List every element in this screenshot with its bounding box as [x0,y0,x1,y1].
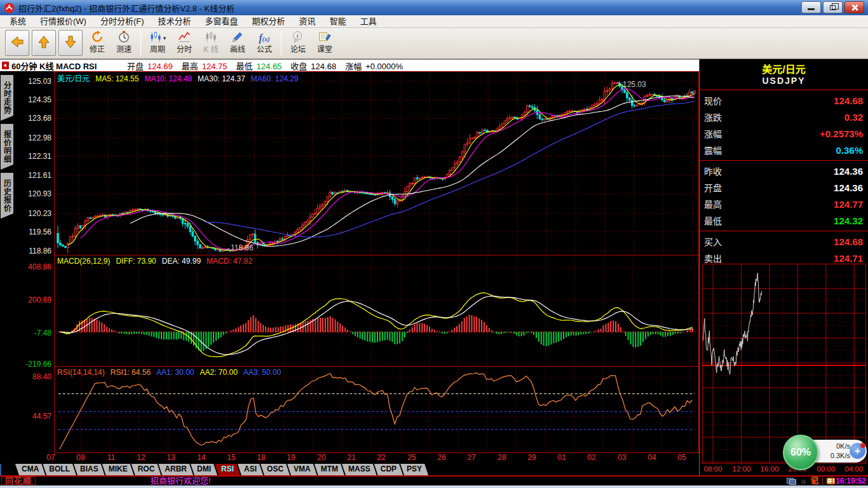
indicator-tab-rsi[interactable]: RSI [215,464,240,475]
ohlc-value: 124.68 [311,62,336,71]
toolbar-forum-button[interactable]: t论坛 [285,29,311,57]
note-icon[interactable]: 记 [811,477,818,485]
indicator-tab-cdp[interactable]: CDP [374,464,403,475]
formula-icon: f(x) [259,32,270,44]
minimize-button[interactable] [801,1,821,13]
x-axis-tick: 07 [43,453,59,462]
app-window: 招行外汇2(fxhq2) - 招商银行外汇通行情分析V2.8 - K线分析 系统… [0,0,868,488]
x-axis-tick: 22 [373,453,390,462]
intraday-icon [178,30,191,46]
progress-ball[interactable]: 60% [783,435,818,470]
arrow-left-button[interactable] [5,30,29,56]
quote-value: 124.36 [834,182,863,193]
quote-row: 震幅0.36% [700,142,868,158]
legend-item: RSI1: 64.56 [111,368,151,377]
indicator-tab-roc[interactable]: ROC [132,464,161,475]
x-axis-tick: 03 [614,453,630,462]
toolbar-button-label: 公式 [257,45,272,55]
toolbar-period-button[interactable]: ▾周期 [145,29,170,57]
y-axis-tick: 120.93 [15,189,51,198]
rsi-chart[interactable] [54,366,699,453]
left-tab-0[interactable]: 分时走势 [1,75,13,121]
indicator-tab-psy[interactable]: PSY [400,464,428,475]
indicator-tab-cma[interactable]: CMA [15,464,45,475]
svg-text:125.03: 125.03 [623,80,646,89]
x-axis-tick: 19 [283,453,299,462]
period-icon [149,30,162,46]
menu-item[interactable]: 资讯 [292,15,323,28]
divider [700,160,868,161]
menu-item[interactable]: 技术分析 [151,15,198,28]
indicator-tab-asi[interactable]: ASI [238,464,263,475]
legend-item: MA60: 124.29 [251,74,299,83]
toolbar-formula-button[interactable]: f(x)公式 [252,29,277,57]
intraday-mini-chart[interactable] [702,264,866,464]
download-speed: 0.3K/s [831,451,850,461]
quote-value: 124.77 [834,199,863,210]
y-axis-tick: 200.69 [15,295,51,304]
quote-row: 最高124.77 [700,196,868,212]
quote-code: USDJPY [700,76,868,86]
toolbar-intraday-button[interactable]: 分时 [172,29,197,57]
menu-item[interactable]: 期权分析 [245,15,292,28]
menu-item[interactable]: 系统 [3,15,33,28]
quote-value: 0.32 [844,112,863,123]
upload-speed: 0K/s [836,442,850,451]
left-tab-1[interactable]: 报价明细 [1,124,13,170]
info-bar: 60分钟 K线 MACD RSI 开盘124.69最高124.75最低124.6… [0,59,699,71]
rsi-label: RSI(14,14,14)RSI1: 64.56AA1: 30.00AA2: 7… [57,368,287,377]
indicator-tab-boll[interactable]: BOLL [43,464,76,475]
network-icon[interactable] [787,478,796,485]
indicator-tab-osc[interactable]: OSC [261,464,290,475]
toolbar-button-label: 修正 [90,45,105,55]
indicator-tab-dmi[interactable]: DMI [191,464,217,475]
time-axis-tick: 16:00 [756,465,783,473]
ohlc-value: +0.0000% [365,62,403,71]
x-axis-tick: 08 [72,453,89,462]
toolbar-kline-button[interactable]: K 线 [198,29,224,57]
classroom-icon [318,30,331,46]
brightness-icon[interactable]: ☼ [800,477,807,485]
quote-value: 124.68 [834,95,863,106]
revise-icon [91,30,104,46]
macd-chart[interactable] [54,255,699,367]
quote-label: 涨跌 [704,111,722,123]
y-axis-tick: -7.48 [15,329,51,337]
indicator-tab-mtm[interactable]: MTM [315,464,344,475]
indicator-tab-bias[interactable]: BIAS [74,464,105,475]
legend-item: MA10: 124.48 [144,74,192,83]
arrow-down-icon [63,34,78,52]
toolbar-speed-button[interactable]: 测速 [111,29,137,57]
indicator-tab-arbr[interactable]: ARBR [158,464,193,475]
arrow-up-button[interactable] [32,30,56,56]
chevron-down-icon: ▾ [163,35,166,41]
menu-item[interactable]: 分时分析(F) [93,15,151,28]
toolbar-revise-button[interactable]: 修正 [85,29,110,57]
y-axis-tick: 118.86 [15,247,51,255]
close-button[interactable] [844,1,864,13]
indicator-tab-vma[interactable]: VMA [287,464,317,475]
quote-label: 最低 [704,214,722,227]
assistant-plus-button[interactable]: + [850,443,865,459]
window-title: 招行外汇2(fxhq2) - 招商银行外汇通行情分析V2.8 - K线分析 [18,2,234,14]
left-tab-2[interactable]: 历史报价 [1,173,13,219]
menu-item[interactable]: 智能 [323,15,353,28]
time-axis-tick: 08:00 [699,465,727,473]
indicator-tab-mass[interactable]: MASS [342,464,377,475]
quote-title: 美元/日元 [700,61,868,76]
menu-item[interactable]: 工具 [353,15,384,28]
menu-item[interactable]: 行情报价(W) [33,15,93,28]
indicator-tab-mike[interactable]: MIKE [102,464,134,475]
toolbar-classroom-button[interactable]: 课堂 [312,29,337,57]
y-axis-tick: 408.86 [15,262,51,271]
kline-chart[interactable]: 125.03118.86 [54,71,699,255]
window-bottom-edge [0,485,868,488]
left-tab-strip: 分时走势报价明细历史报价 [0,71,14,464]
restore-button[interactable] [823,1,843,13]
brand-logo: 同花顺 [1,477,36,485]
toolbar-draw-button[interactable]: 画线 [225,29,250,57]
arrow-down-button[interactable] [58,30,83,56]
divider [700,90,868,90]
legend-item: MACD: 47.82 [207,257,252,266]
menu-item[interactable]: 多窗看盘 [198,15,245,28]
